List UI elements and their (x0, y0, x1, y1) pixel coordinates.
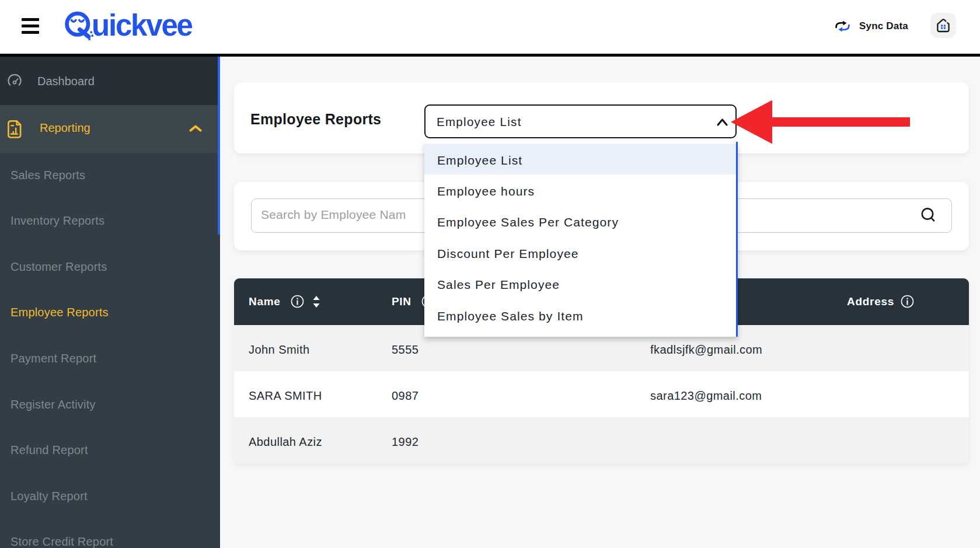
svg-text:uickvee: uickvee (92, 9, 193, 41)
